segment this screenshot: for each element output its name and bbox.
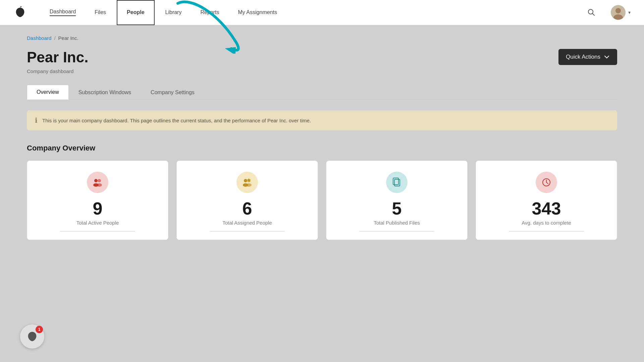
stat-icon-clock <box>536 172 557 193</box>
notification-badge: 1 <box>36 326 43 333</box>
svg-line-19 <box>546 182 548 184</box>
stats-grid: 9 Total Active People 6 Total Assigned P… <box>27 161 617 240</box>
stat-icon-files <box>386 172 408 193</box>
info-text: This is your main company dashboard. Thi… <box>42 118 311 123</box>
stat-card-total-assigned-people: 6 Total Assigned People <box>176 161 318 240</box>
info-icon: ℹ <box>35 116 38 124</box>
nav-item-files[interactable]: Files <box>85 0 115 25</box>
stat-label-avg-days: Avg. days to complete <box>522 220 571 226</box>
stat-label-active-people: Total Active People <box>76 220 119 226</box>
svg-point-7 <box>98 179 101 182</box>
tab-company-settings[interactable]: Company Settings <box>141 85 204 100</box>
section-title-company-overview: Company Overview <box>27 144 617 153</box>
page-title: Pear Inc. <box>27 49 88 66</box>
nav-item-reports[interactable]: Reports <box>191 0 228 25</box>
breadcrumb-dashboard-link[interactable]: Dashboard <box>27 35 51 41</box>
tab-overview[interactable]: Overview <box>27 85 69 100</box>
stat-card-total-active-people: 9 Total Active People <box>27 161 168 240</box>
svg-point-10 <box>244 179 247 182</box>
nav-item-dashboard[interactable]: Dashboard <box>40 0 85 25</box>
avatar <box>611 5 626 20</box>
breadcrumb-current: Pear Inc. <box>58 35 78 41</box>
svg-point-3 <box>615 8 621 13</box>
nav-item-people[interactable]: People <box>117 0 154 25</box>
quick-actions-button[interactable]: Quick Actions <box>558 49 617 65</box>
svg-point-9 <box>97 183 102 187</box>
top-navigation: Dashboard Files People Library Reports M… <box>0 0 644 25</box>
stat-number-published-files: 5 <box>392 200 402 217</box>
stat-card-avg-days: 343 Avg. days to complete <box>476 161 617 240</box>
stat-divider <box>210 231 284 232</box>
svg-point-6 <box>94 179 98 182</box>
stat-icon-people <box>87 172 108 193</box>
stat-divider <box>60 231 135 232</box>
nav-search-area: ▾ <box>585 5 631 20</box>
notification-bubble[interactable]: 1 <box>20 324 44 349</box>
page-header: Pear Inc. Company dashboard Quick Action… <box>27 49 617 74</box>
stat-divider <box>359 231 434 232</box>
nav-item-library[interactable]: Library <box>156 0 191 25</box>
breadcrumb: Dashboard / Pear Inc. <box>27 35 617 41</box>
info-banner: ℹ This is your main company dashboard. T… <box>27 110 617 130</box>
stat-divider <box>509 231 584 232</box>
stat-icon-assigned-people <box>236 172 258 193</box>
stat-number-avg-days: 343 <box>532 200 561 217</box>
breadcrumb-separator: / <box>54 35 55 41</box>
svg-line-1 <box>592 13 594 15</box>
chevron-down-icon: ▾ <box>628 10 631 15</box>
search-icon[interactable] <box>585 6 597 18</box>
stat-label-assigned-people: Total Assigned People <box>222 220 272 226</box>
stat-card-total-published-files: 5 Total Published Files <box>326 161 468 240</box>
app-logo[interactable] <box>13 6 27 19</box>
svg-point-14 <box>246 183 252 187</box>
tab-bar: Overview Subscription Windows Company Se… <box>27 85 617 100</box>
user-avatar-container[interactable]: ▾ <box>611 5 631 20</box>
page-subtitle: Company dashboard <box>27 68 88 74</box>
stat-number-assigned-people: 6 <box>243 200 252 217</box>
stat-number-active-people: 9 <box>93 200 103 217</box>
nav-item-my-assignments[interactable]: My Assignments <box>228 0 286 25</box>
tab-subscription-windows[interactable]: Subscription Windows <box>69 85 141 100</box>
nav-links: Dashboard Files People Library Reports M… <box>40 0 585 25</box>
stat-label-published-files: Total Published Files <box>374 220 420 226</box>
main-content: Dashboard / Pear Inc. Pear Inc. Company … <box>0 25 644 253</box>
page-title-group: Pear Inc. Company dashboard <box>27 49 88 74</box>
